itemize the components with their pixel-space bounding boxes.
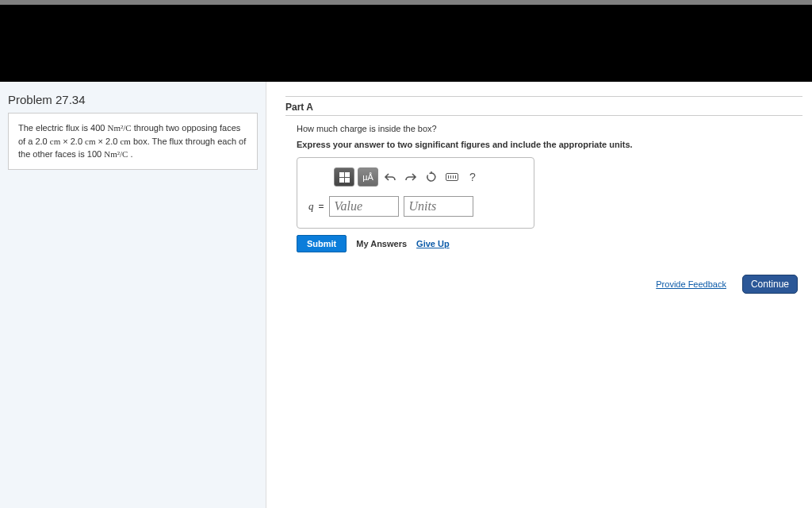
answer-box: µÅ ? q = [297,157,534,229]
reset-icon [426,171,437,183]
undo-icon [384,171,396,183]
variable-label: q [308,200,314,213]
submit-button[interactable]: Submit [297,235,347,252]
right-panel: Part A How much charge is inside the box… [266,82,812,508]
answer-input-row: q = [308,196,523,217]
part-label: Part A [285,102,802,116]
template-picker-button[interactable] [334,167,354,187]
give-up-link[interactable]: Give Up [416,239,450,248]
cm1: cm [50,137,60,146]
provide-feedback-link[interactable]: Provide Feedback [656,279,726,289]
template-icon [339,172,350,183]
x2: × 2.0 [96,137,121,146]
undo-button[interactable] [381,168,399,186]
continue-button[interactable]: Continue [742,275,798,294]
cm3: cm [120,137,130,146]
main-content: Problem 27.34 The electric flux is 400 N… [0,82,812,508]
action-row: Submit My Answers Give Up [297,235,802,252]
redo-button[interactable] [402,168,419,186]
divider [285,96,802,97]
question-text: How much charge is inside the box? [297,124,802,133]
unit1: Nm²/C [108,123,132,133]
help-button[interactable]: ? [464,168,481,186]
equation-toolbar: µÅ ? [334,167,523,187]
units-input[interactable] [404,196,473,217]
ptext: The electric flux is 400 [18,123,108,133]
top-banner [0,5,812,82]
keyboard-icon [446,173,458,181]
redo-icon [404,171,417,183]
x1: × 2.0 [60,137,85,146]
cm2: cm [85,137,95,146]
keyboard-button[interactable] [443,168,461,186]
my-answers-label[interactable]: My Answers [356,239,407,248]
left-panel: Problem 27.34 The electric flux is 400 N… [0,82,266,508]
instruction-text: Express your answer to two significant f… [297,140,802,149]
value-input[interactable] [329,196,399,217]
reset-button[interactable] [423,168,440,186]
problem-statement: The electric flux is 400 Nm²/C through t… [8,113,258,170]
units-picker-button[interactable]: µÅ [358,167,378,187]
footer-row: Provide Feedback Continue [285,275,802,294]
problem-title: Problem 27.34 [0,90,266,113]
endt: . [128,149,132,159]
equals-sign: = [319,201,324,212]
unit2: Nm²/C [104,149,128,159]
